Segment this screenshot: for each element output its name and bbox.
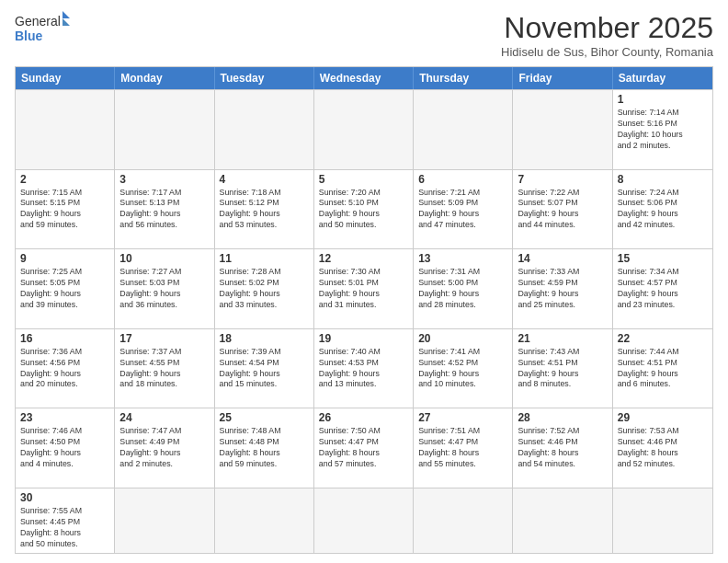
day-info: Sunrise: 7:18 AM Sunset: 5:12 PM Dayligh… [220, 188, 309, 232]
day-number: 5 [319, 173, 408, 186]
header-sunday: Sunday [16, 67, 115, 89]
calendar-cell-1-2 [115, 90, 214, 169]
calendar-cell-2-4: 5Sunrise: 7:20 AM Sunset: 5:10 PM Daylig… [314, 170, 414, 249]
day-number: 22 [618, 332, 708, 345]
calendar-cell-5-2: 24Sunrise: 7:47 AM Sunset: 4:49 PM Dayli… [115, 408, 214, 488]
day-number: 15 [618, 252, 708, 265]
day-info: Sunrise: 7:51 AM Sunset: 4:47 PM Dayligh… [418, 426, 507, 470]
day-info: Sunrise: 7:14 AM Sunset: 5:16 PM Dayligh… [618, 108, 708, 152]
page: General Blue November 2025 Hidiselu de S… [0, 0, 728, 563]
day-number: 6 [418, 173, 507, 186]
calendar-cell-3-7: 15Sunrise: 7:34 AM Sunset: 4:57 PM Dayli… [613, 249, 712, 328]
day-info: Sunrise: 7:46 AM Sunset: 4:50 PM Dayligh… [20, 426, 109, 470]
day-info: Sunrise: 7:55 AM Sunset: 4:45 PM Dayligh… [20, 506, 109, 550]
calendar-cell-1-3 [215, 90, 314, 169]
calendar-row-1: 1Sunrise: 7:14 AM Sunset: 5:16 PM Daylig… [16, 89, 712, 169]
day-number: 27 [418, 411, 507, 424]
calendar-cell-4-7: 22Sunrise: 7:44 AM Sunset: 4:51 PM Dayli… [613, 329, 712, 408]
day-number: 24 [119, 411, 209, 424]
day-info: Sunrise: 7:53 AM Sunset: 4:46 PM Dayligh… [618, 426, 708, 470]
day-info: Sunrise: 7:28 AM Sunset: 5:02 PM Dayligh… [220, 267, 309, 311]
calendar-row-5: 23Sunrise: 7:46 AM Sunset: 4:50 PM Dayli… [16, 408, 712, 488]
day-number: 1 [618, 93, 708, 106]
calendar-body: 1Sunrise: 7:14 AM Sunset: 5:16 PM Daylig… [16, 89, 712, 553]
title-area: November 2025 Hidiselu de Sus, Bihor Cou… [501, 11, 713, 59]
svg-text:General: General [15, 14, 61, 29]
day-number: 30 [20, 491, 109, 504]
calendar-cell-2-3: 4Sunrise: 7:18 AM Sunset: 5:12 PM Daylig… [215, 170, 314, 249]
calendar-cell-2-1: 2Sunrise: 7:15 AM Sunset: 5:15 PM Daylig… [16, 170, 115, 249]
calendar: Sunday Monday Tuesday Wednesday Thursday… [15, 66, 713, 554]
day-info: Sunrise: 7:41 AM Sunset: 4:52 PM Dayligh… [418, 347, 507, 391]
calendar-cell-6-7 [613, 488, 712, 553]
day-number: 2 [20, 173, 109, 186]
day-number: 13 [418, 252, 507, 265]
calendar-cell-3-1: 9Sunrise: 7:25 AM Sunset: 5:05 PM Daylig… [16, 249, 115, 328]
day-info: Sunrise: 7:43 AM Sunset: 4:51 PM Dayligh… [518, 347, 607, 391]
day-number: 7 [518, 173, 607, 186]
calendar-cell-4-6: 21Sunrise: 7:43 AM Sunset: 4:51 PM Dayli… [513, 329, 612, 408]
calendar-cell-6-6 [513, 488, 612, 553]
day-number: 11 [220, 252, 309, 265]
day-info: Sunrise: 7:37 AM Sunset: 4:55 PM Dayligh… [119, 347, 209, 391]
calendar-row-2: 2Sunrise: 7:15 AM Sunset: 5:15 PM Daylig… [16, 169, 712, 249]
logo: General Blue [15, 11, 70, 48]
calendar-cell-5-6: 28Sunrise: 7:52 AM Sunset: 4:46 PM Dayli… [513, 408, 612, 488]
day-number: 12 [319, 252, 408, 265]
calendar-cell-4-4: 19Sunrise: 7:40 AM Sunset: 4:53 PM Dayli… [314, 329, 414, 408]
day-info: Sunrise: 7:17 AM Sunset: 5:13 PM Dayligh… [119, 188, 209, 232]
day-number: 20 [418, 332, 507, 345]
calendar-cell-3-3: 11Sunrise: 7:28 AM Sunset: 5:02 PM Dayli… [215, 249, 314, 328]
day-number: 28 [518, 411, 607, 424]
calendar-cell-1-5 [414, 90, 513, 169]
calendar-cell-5-3: 25Sunrise: 7:48 AM Sunset: 4:48 PM Dayli… [215, 408, 314, 488]
calendar-cell-4-1: 16Sunrise: 7:36 AM Sunset: 4:56 PM Dayli… [16, 329, 115, 408]
day-number: 19 [319, 332, 408, 345]
day-number: 16 [20, 332, 109, 345]
day-info: Sunrise: 7:31 AM Sunset: 5:00 PM Dayligh… [418, 267, 507, 311]
day-number: 26 [319, 411, 408, 424]
day-number: 4 [220, 173, 309, 186]
day-info: Sunrise: 7:30 AM Sunset: 5:01 PM Dayligh… [319, 267, 408, 311]
day-info: Sunrise: 7:25 AM Sunset: 5:05 PM Dayligh… [20, 267, 109, 311]
calendar-cell-5-5: 27Sunrise: 7:51 AM Sunset: 4:47 PM Dayli… [414, 408, 513, 488]
calendar-cell-6-4 [314, 488, 414, 553]
calendar-row-6: 30Sunrise: 7:55 AM Sunset: 4:45 PM Dayli… [16, 488, 712, 553]
header-monday: Monday [115, 67, 214, 89]
calendar-cell-5-4: 26Sunrise: 7:50 AM Sunset: 4:47 PM Dayli… [314, 408, 414, 488]
day-number: 25 [220, 411, 309, 424]
calendar-cell-1-4 [314, 90, 414, 169]
day-info: Sunrise: 7:24 AM Sunset: 5:06 PM Dayligh… [618, 188, 708, 232]
calendar-cell-6-2 [115, 488, 214, 553]
calendar-cell-2-5: 6Sunrise: 7:21 AM Sunset: 5:09 PM Daylig… [414, 170, 513, 249]
day-info: Sunrise: 7:27 AM Sunset: 5:03 PM Dayligh… [119, 267, 209, 311]
header-saturday: Saturday [613, 67, 712, 89]
calendar-cell-1-7: 1Sunrise: 7:14 AM Sunset: 5:16 PM Daylig… [613, 90, 712, 169]
svg-text:Blue: Blue [15, 29, 43, 43]
day-info: Sunrise: 7:20 AM Sunset: 5:10 PM Dayligh… [319, 188, 408, 232]
day-info: Sunrise: 7:50 AM Sunset: 4:47 PM Dayligh… [319, 426, 408, 470]
calendar-cell-4-3: 18Sunrise: 7:39 AM Sunset: 4:54 PM Dayli… [215, 329, 314, 408]
calendar-row-3: 9Sunrise: 7:25 AM Sunset: 5:05 PM Daylig… [16, 248, 712, 328]
day-number: 14 [518, 252, 607, 265]
calendar-cell-3-5: 13Sunrise: 7:31 AM Sunset: 5:00 PM Dayli… [414, 249, 513, 328]
generalblue-logo-icon: General Blue [15, 11, 70, 48]
calendar-cell-4-2: 17Sunrise: 7:37 AM Sunset: 4:55 PM Dayli… [115, 329, 214, 408]
day-info: Sunrise: 7:40 AM Sunset: 4:53 PM Dayligh… [319, 347, 408, 391]
calendar-cell-6-5 [414, 488, 513, 553]
calendar-cell-1-1 [16, 90, 115, 169]
day-info: Sunrise: 7:39 AM Sunset: 4:54 PM Dayligh… [220, 347, 309, 391]
calendar-cell-2-6: 7Sunrise: 7:22 AM Sunset: 5:07 PM Daylig… [513, 170, 612, 249]
day-info: Sunrise: 7:52 AM Sunset: 4:46 PM Dayligh… [518, 426, 607, 470]
day-number: 29 [618, 411, 708, 424]
day-info: Sunrise: 7:22 AM Sunset: 5:07 PM Dayligh… [518, 188, 607, 232]
day-info: Sunrise: 7:21 AM Sunset: 5:09 PM Dayligh… [418, 188, 507, 232]
day-number: 8 [618, 173, 708, 186]
day-info: Sunrise: 7:47 AM Sunset: 4:49 PM Dayligh… [119, 426, 209, 470]
day-number: 21 [518, 332, 607, 345]
calendar-cell-6-3 [215, 488, 314, 553]
calendar-cell-1-6 [513, 90, 612, 169]
day-number: 23 [20, 411, 109, 424]
header-wednesday: Wednesday [314, 67, 414, 89]
day-info: Sunrise: 7:34 AM Sunset: 4:57 PM Dayligh… [618, 267, 708, 311]
